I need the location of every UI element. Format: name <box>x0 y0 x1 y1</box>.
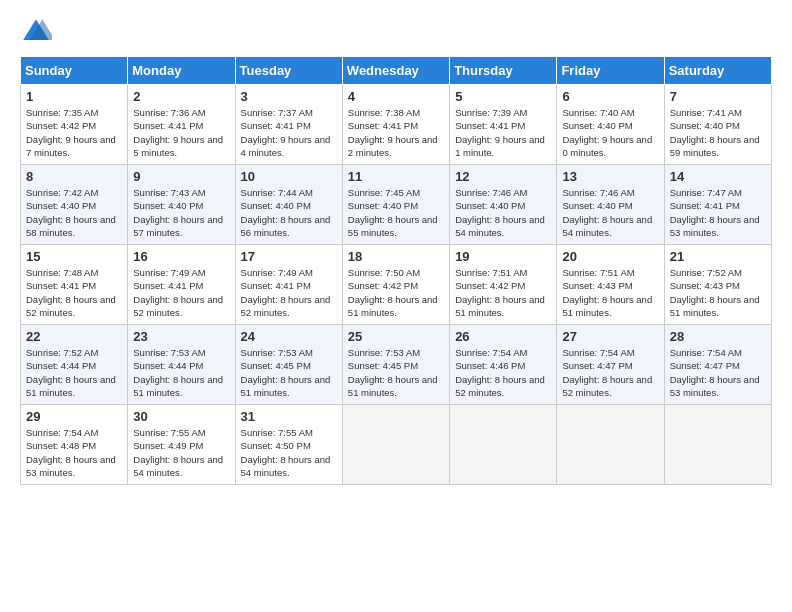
day-detail: Sunrise: 7:52 AMSunset: 4:43 PMDaylight:… <box>670 267 760 318</box>
day-detail: Sunrise: 7:53 AMSunset: 4:45 PMDaylight:… <box>241 347 331 398</box>
day-detail: Sunrise: 7:54 AMSunset: 4:46 PMDaylight:… <box>455 347 545 398</box>
day-detail: Sunrise: 7:48 AMSunset: 4:41 PMDaylight:… <box>26 267 116 318</box>
calendar-cell: 12 Sunrise: 7:46 AMSunset: 4:40 PMDaylig… <box>450 165 557 245</box>
header-friday: Friday <box>557 57 664 85</box>
calendar-cell: 1 Sunrise: 7:35 AMSunset: 4:42 PMDayligh… <box>21 85 128 165</box>
day-number: 6 <box>562 89 658 104</box>
day-number: 2 <box>133 89 229 104</box>
day-detail: Sunrise: 7:47 AMSunset: 4:41 PMDaylight:… <box>670 187 760 238</box>
logo-icon <box>20 16 52 48</box>
day-number: 26 <box>455 329 551 344</box>
week-row-2: 8 Sunrise: 7:42 AMSunset: 4:40 PMDayligh… <box>21 165 772 245</box>
day-number: 12 <box>455 169 551 184</box>
day-number: 14 <box>670 169 766 184</box>
day-number: 19 <box>455 249 551 264</box>
calendar-cell <box>342 405 449 485</box>
day-detail: Sunrise: 7:51 AMSunset: 4:43 PMDaylight:… <box>562 267 652 318</box>
day-detail: Sunrise: 7:55 AMSunset: 4:50 PMDaylight:… <box>241 427 331 478</box>
day-detail: Sunrise: 7:41 AMSunset: 4:40 PMDaylight:… <box>670 107 760 158</box>
calendar-cell <box>664 405 771 485</box>
calendar-cell: 15 Sunrise: 7:48 AMSunset: 4:41 PMDaylig… <box>21 245 128 325</box>
header-thursday: Thursday <box>450 57 557 85</box>
day-detail: Sunrise: 7:43 AMSunset: 4:40 PMDaylight:… <box>133 187 223 238</box>
page-header <box>20 16 772 48</box>
day-detail: Sunrise: 7:40 AMSunset: 4:40 PMDaylight:… <box>562 107 652 158</box>
week-row-4: 22 Sunrise: 7:52 AMSunset: 4:44 PMDaylig… <box>21 325 772 405</box>
day-number: 24 <box>241 329 337 344</box>
day-detail: Sunrise: 7:54 AMSunset: 4:47 PMDaylight:… <box>670 347 760 398</box>
calendar-cell: 20 Sunrise: 7:51 AMSunset: 4:43 PMDaylig… <box>557 245 664 325</box>
calendar-cell: 8 Sunrise: 7:42 AMSunset: 4:40 PMDayligh… <box>21 165 128 245</box>
day-detail: Sunrise: 7:55 AMSunset: 4:49 PMDaylight:… <box>133 427 223 478</box>
day-number: 22 <box>26 329 122 344</box>
day-number: 23 <box>133 329 229 344</box>
calendar-cell: 11 Sunrise: 7:45 AMSunset: 4:40 PMDaylig… <box>342 165 449 245</box>
day-number: 20 <box>562 249 658 264</box>
calendar-cell: 19 Sunrise: 7:51 AMSunset: 4:42 PMDaylig… <box>450 245 557 325</box>
calendar-cell: 13 Sunrise: 7:46 AMSunset: 4:40 PMDaylig… <box>557 165 664 245</box>
calendar-cell: 4 Sunrise: 7:38 AMSunset: 4:41 PMDayligh… <box>342 85 449 165</box>
calendar-cell: 30 Sunrise: 7:55 AMSunset: 4:49 PMDaylig… <box>128 405 235 485</box>
day-detail: Sunrise: 7:52 AMSunset: 4:44 PMDaylight:… <box>26 347 116 398</box>
day-number: 27 <box>562 329 658 344</box>
header-monday: Monday <box>128 57 235 85</box>
day-detail: Sunrise: 7:35 AMSunset: 4:42 PMDaylight:… <box>26 107 116 158</box>
day-detail: Sunrise: 7:49 AMSunset: 4:41 PMDaylight:… <box>241 267 331 318</box>
calendar-cell: 21 Sunrise: 7:52 AMSunset: 4:43 PMDaylig… <box>664 245 771 325</box>
day-detail: Sunrise: 7:54 AMSunset: 4:47 PMDaylight:… <box>562 347 652 398</box>
calendar-cell: 24 Sunrise: 7:53 AMSunset: 4:45 PMDaylig… <box>235 325 342 405</box>
week-row-5: 29 Sunrise: 7:54 AMSunset: 4:48 PMDaylig… <box>21 405 772 485</box>
day-number: 5 <box>455 89 551 104</box>
day-number: 31 <box>241 409 337 424</box>
day-number: 28 <box>670 329 766 344</box>
day-detail: Sunrise: 7:50 AMSunset: 4:42 PMDaylight:… <box>348 267 438 318</box>
week-row-3: 15 Sunrise: 7:48 AMSunset: 4:41 PMDaylig… <box>21 245 772 325</box>
header-sunday: Sunday <box>21 57 128 85</box>
day-detail: Sunrise: 7:53 AMSunset: 4:44 PMDaylight:… <box>133 347 223 398</box>
logo <box>20 16 56 48</box>
day-number: 16 <box>133 249 229 264</box>
header-wednesday: Wednesday <box>342 57 449 85</box>
day-detail: Sunrise: 7:44 AMSunset: 4:40 PMDaylight:… <box>241 187 331 238</box>
calendar-cell: 6 Sunrise: 7:40 AMSunset: 4:40 PMDayligh… <box>557 85 664 165</box>
calendar-cell: 28 Sunrise: 7:54 AMSunset: 4:47 PMDaylig… <box>664 325 771 405</box>
calendar-table: SundayMondayTuesdayWednesdayThursdayFrid… <box>20 56 772 485</box>
day-number: 30 <box>133 409 229 424</box>
calendar-cell: 26 Sunrise: 7:54 AMSunset: 4:46 PMDaylig… <box>450 325 557 405</box>
day-detail: Sunrise: 7:37 AMSunset: 4:41 PMDaylight:… <box>241 107 331 158</box>
calendar-cell: 7 Sunrise: 7:41 AMSunset: 4:40 PMDayligh… <box>664 85 771 165</box>
day-number: 1 <box>26 89 122 104</box>
calendar-cell: 17 Sunrise: 7:49 AMSunset: 4:41 PMDaylig… <box>235 245 342 325</box>
day-number: 9 <box>133 169 229 184</box>
day-number: 17 <box>241 249 337 264</box>
day-number: 4 <box>348 89 444 104</box>
calendar-cell: 23 Sunrise: 7:53 AMSunset: 4:44 PMDaylig… <box>128 325 235 405</box>
day-number: 8 <box>26 169 122 184</box>
calendar-cell: 14 Sunrise: 7:47 AMSunset: 4:41 PMDaylig… <box>664 165 771 245</box>
calendar-cell <box>450 405 557 485</box>
calendar-cell: 27 Sunrise: 7:54 AMSunset: 4:47 PMDaylig… <box>557 325 664 405</box>
header-saturday: Saturday <box>664 57 771 85</box>
day-number: 13 <box>562 169 658 184</box>
calendar-cell: 10 Sunrise: 7:44 AMSunset: 4:40 PMDaylig… <box>235 165 342 245</box>
calendar-cell: 22 Sunrise: 7:52 AMSunset: 4:44 PMDaylig… <box>21 325 128 405</box>
calendar-cell: 25 Sunrise: 7:53 AMSunset: 4:45 PMDaylig… <box>342 325 449 405</box>
day-number: 10 <box>241 169 337 184</box>
calendar-cell: 2 Sunrise: 7:36 AMSunset: 4:41 PMDayligh… <box>128 85 235 165</box>
day-detail: Sunrise: 7:49 AMSunset: 4:41 PMDaylight:… <box>133 267 223 318</box>
day-number: 11 <box>348 169 444 184</box>
day-detail: Sunrise: 7:46 AMSunset: 4:40 PMDaylight:… <box>455 187 545 238</box>
calendar-cell: 16 Sunrise: 7:49 AMSunset: 4:41 PMDaylig… <box>128 245 235 325</box>
calendar-cell: 5 Sunrise: 7:39 AMSunset: 4:41 PMDayligh… <box>450 85 557 165</box>
calendar-cell: 3 Sunrise: 7:37 AMSunset: 4:41 PMDayligh… <box>235 85 342 165</box>
day-detail: Sunrise: 7:38 AMSunset: 4:41 PMDaylight:… <box>348 107 438 158</box>
day-detail: Sunrise: 7:46 AMSunset: 4:40 PMDaylight:… <box>562 187 652 238</box>
day-number: 25 <box>348 329 444 344</box>
day-number: 3 <box>241 89 337 104</box>
day-detail: Sunrise: 7:45 AMSunset: 4:40 PMDaylight:… <box>348 187 438 238</box>
day-number: 7 <box>670 89 766 104</box>
day-detail: Sunrise: 7:54 AMSunset: 4:48 PMDaylight:… <box>26 427 116 478</box>
day-number: 29 <box>26 409 122 424</box>
week-row-1: 1 Sunrise: 7:35 AMSunset: 4:42 PMDayligh… <box>21 85 772 165</box>
day-number: 21 <box>670 249 766 264</box>
